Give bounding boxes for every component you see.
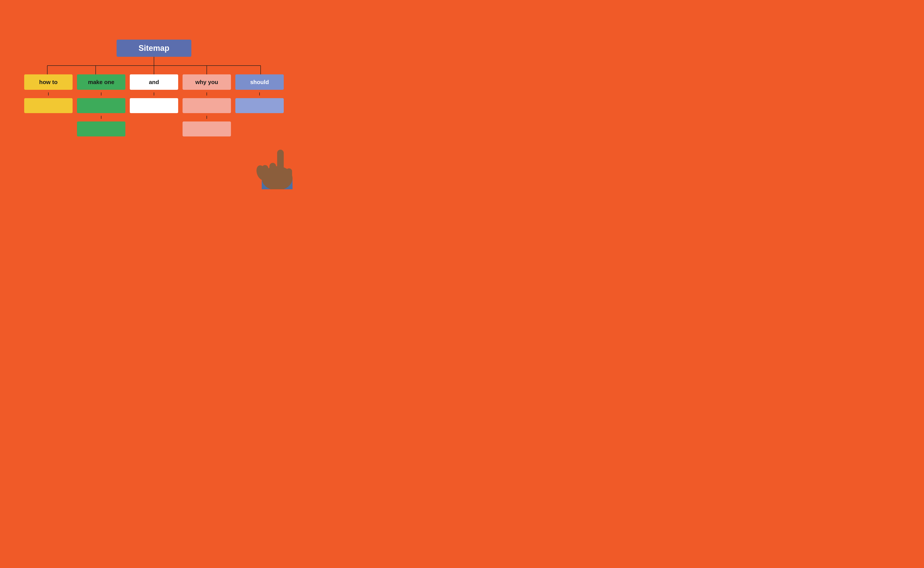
hand-pointer bbox=[249, 132, 301, 189]
child-sub-why-you-2 bbox=[182, 121, 231, 136]
child-sub-should-1 bbox=[235, 98, 284, 113]
child-sub-why-you-1 bbox=[182, 98, 231, 113]
diagram-container: Sitemap how to make on bbox=[22, 39, 286, 136]
child-node-and: and bbox=[130, 74, 178, 90]
child-node-how-to: how to bbox=[24, 74, 72, 90]
child-col-make-one: make one bbox=[75, 74, 128, 136]
child-col-should: should bbox=[233, 74, 286, 113]
child-node-why-you: why you bbox=[182, 74, 231, 90]
child-sub-how-to-1 bbox=[24, 98, 72, 113]
svg-rect-11 bbox=[277, 150, 284, 172]
children-row: how to make one and why you bbox=[22, 74, 286, 136]
child-sub-and-1 bbox=[130, 98, 178, 113]
child-col-how-to: how to bbox=[22, 74, 75, 113]
child-col-why-you: why you bbox=[180, 74, 233, 136]
root-label: Sitemap bbox=[139, 44, 169, 53]
hand-svg bbox=[249, 132, 301, 189]
child-node-should: should bbox=[235, 74, 284, 90]
child-line-make-one-2 bbox=[101, 116, 101, 119]
child-line-should bbox=[259, 92, 260, 95]
child-line-why-you-2 bbox=[207, 116, 207, 119]
child-col-and: and bbox=[128, 74, 180, 113]
child-line-and bbox=[154, 92, 154, 95]
child-line-how-to bbox=[48, 92, 48, 95]
connector-svg bbox=[22, 57, 286, 74]
child-sub-make-one-1 bbox=[77, 98, 125, 113]
root-node: Sitemap bbox=[116, 39, 191, 57]
svg-rect-10 bbox=[270, 163, 276, 180]
child-sub-make-one-2 bbox=[77, 121, 125, 136]
connector-lines bbox=[22, 57, 286, 74]
child-line-why-you bbox=[207, 92, 207, 95]
svg-rect-12 bbox=[286, 168, 292, 181]
child-node-make-one: make one bbox=[77, 74, 125, 90]
child-line-make-one bbox=[101, 92, 101, 95]
